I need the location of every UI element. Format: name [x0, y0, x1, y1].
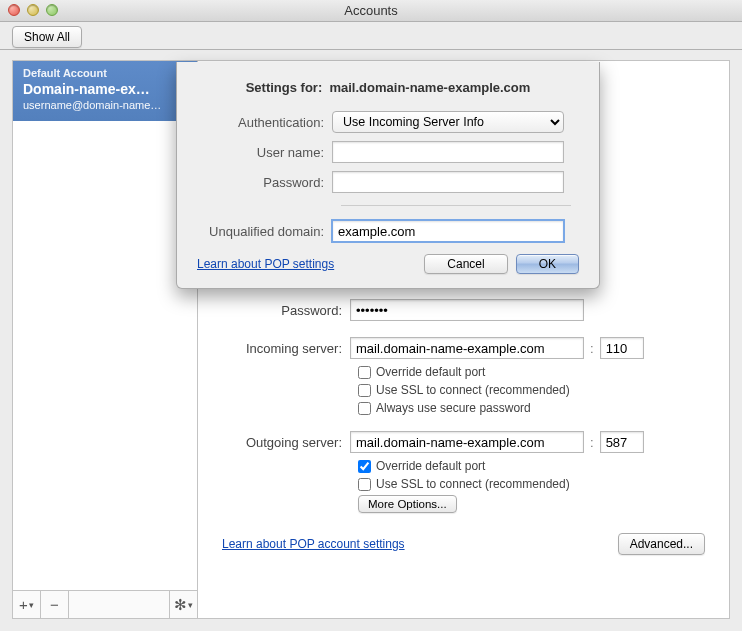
- incoming-server-field[interactable]: [350, 337, 584, 359]
- incoming-override-port-row: Override default port: [358, 365, 705, 379]
- incoming-port-field[interactable]: [600, 337, 644, 359]
- username-row: User name:: [197, 141, 579, 163]
- window-title: Accounts: [344, 3, 397, 18]
- unqualified-domain-row: Unqualified domain:: [197, 220, 579, 242]
- account-email: username@domain-name…: [23, 99, 187, 111]
- authentication-label: Authentication:: [197, 115, 332, 130]
- outgoing-port-field[interactable]: [600, 431, 644, 453]
- default-account-label: Default Account: [23, 67, 187, 79]
- outgoing-override-port-checkbox[interactable]: [358, 460, 371, 473]
- incoming-row: Incoming server: :: [222, 337, 705, 359]
- dropdown-icon: ▾: [188, 600, 193, 610]
- outgoing-settings-sheet: Settings for: mail.domain-name-example.c…: [176, 62, 600, 289]
- plus-icon: +: [19, 596, 28, 613]
- outgoing-server-label: Outgoing server:: [222, 435, 350, 450]
- incoming-ssl-row: Use SSL to connect (recommended): [358, 383, 705, 397]
- outgoing-ssl-row: Use SSL to connect (recommended): [358, 477, 705, 491]
- sheet-password-field[interactable]: [332, 171, 564, 193]
- username-field[interactable]: [332, 141, 564, 163]
- account-name: Domain-name-ex…: [23, 81, 187, 97]
- sidebar-account-item[interactable]: Default Account Domain-name-ex… username…: [13, 61, 197, 121]
- remove-account-button[interactable]: −: [41, 591, 69, 618]
- gear-button[interactable]: ✻ ▾: [169, 591, 197, 618]
- settings-for-value: mail.domain-name-example.com: [329, 80, 530, 95]
- accounts-sidebar: Default Account Domain-name-ex… username…: [13, 61, 198, 590]
- password-field[interactable]: [350, 299, 584, 321]
- titlebar: Accounts: [0, 0, 742, 22]
- outgoing-ssl-checkbox[interactable]: [358, 478, 371, 491]
- more-options-row: More Options...: [358, 495, 705, 513]
- port-separator: :: [584, 435, 600, 450]
- dropdown-icon: ▾: [29, 600, 34, 610]
- accounts-window: Accounts Show All Default Account Domain…: [0, 0, 742, 631]
- cancel-button[interactable]: Cancel: [424, 254, 507, 274]
- settings-for-label: Settings for:: [246, 80, 323, 95]
- main-footer: Learn about POP account settings Advance…: [222, 533, 705, 555]
- incoming-server-label: Incoming server:: [222, 341, 350, 356]
- username-label: User name:: [197, 145, 332, 160]
- override-port-label: Override default port: [376, 459, 485, 473]
- unqualified-domain-label: Unqualified domain:: [197, 224, 332, 239]
- gear-icon: ✻: [174, 596, 187, 614]
- sheet-password-label: Password:: [197, 175, 332, 190]
- learn-pop-account-link[interactable]: Learn about POP account settings: [222, 537, 405, 551]
- outgoing-override-port-row: Override default port: [358, 459, 705, 473]
- show-all-button[interactable]: Show All: [12, 26, 82, 48]
- divider: [341, 205, 571, 206]
- more-options-button[interactable]: More Options...: [358, 495, 457, 513]
- toolbar: Show All: [0, 22, 742, 50]
- secure-password-checkbox[interactable]: [358, 402, 371, 415]
- use-ssl-label: Use SSL to connect (recommended): [376, 477, 570, 491]
- outgoing-row: Outgoing server: :: [222, 431, 705, 453]
- zoom-icon[interactable]: [46, 4, 58, 16]
- secure-password-label: Always use secure password: [376, 401, 531, 415]
- port-separator: :: [584, 341, 600, 356]
- traffic-lights: [8, 4, 58, 16]
- sidebar-footer: + ▾ − ✻ ▾: [13, 590, 198, 618]
- password-label: Password:: [222, 303, 350, 318]
- advanced-button[interactable]: Advanced...: [618, 533, 705, 555]
- sheet-footer: Learn about POP settings Cancel OK: [197, 254, 579, 274]
- password-row: Password:: [222, 299, 705, 321]
- override-port-label: Override default port: [376, 365, 485, 379]
- outgoing-server-field[interactable]: [350, 431, 584, 453]
- learn-pop-settings-link[interactable]: Learn about POP settings: [197, 257, 334, 271]
- incoming-override-port-checkbox[interactable]: [358, 366, 371, 379]
- ok-button[interactable]: OK: [516, 254, 579, 274]
- sheet-password-row: Password:: [197, 171, 579, 193]
- use-ssl-label: Use SSL to connect (recommended): [376, 383, 570, 397]
- close-icon[interactable]: [8, 4, 20, 16]
- secure-password-row: Always use secure password: [358, 401, 705, 415]
- sheet-heading: Settings for: mail.domain-name-example.c…: [197, 80, 579, 95]
- add-account-button[interactable]: + ▾: [13, 591, 41, 618]
- authentication-select[interactable]: Use Incoming Server Info: [332, 111, 564, 133]
- minimize-icon[interactable]: [27, 4, 39, 16]
- unqualified-domain-field[interactable]: [332, 220, 564, 242]
- incoming-ssl-checkbox[interactable]: [358, 384, 371, 397]
- authentication-row: Authentication: Use Incoming Server Info: [197, 111, 579, 133]
